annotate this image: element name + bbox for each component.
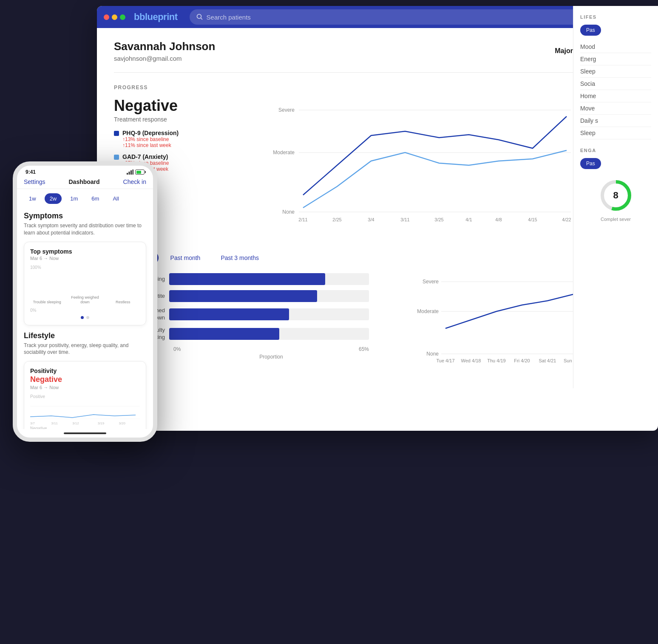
phone-lifestyle-desc: Track your positivity, energy, sleep qua… (24, 342, 146, 356)
patient-header: Savannah Johnson savjohnson@gmail.com Di… (114, 40, 641, 73)
tab-past-3months[interactable]: Past 3 months (212, 251, 267, 265)
svg-text:Severe: Severe (423, 279, 439, 285)
symptoms-title: SYMPTOMS (114, 238, 641, 244)
bar-fill-trouble (169, 273, 325, 285)
battery-icon (135, 169, 145, 175)
svg-text:4/1: 4/1 (465, 217, 472, 222)
bar-fill-concentrating (169, 328, 279, 340)
svg-rect-30 (129, 172, 130, 175)
lifestyle-social: Socia (580, 78, 651, 90)
phone-tab-6m[interactable]: 6m (86, 193, 104, 204)
phone-overlay: 9:41 Settings Dashboard Check in 1w 2w 1… (13, 161, 157, 442)
pct-bottom: 0% (30, 308, 36, 313)
svg-text:None: None (426, 351, 439, 357)
lifestyle-sleep2: Sleep (580, 127, 651, 139)
phone-positivity-card: Positivity Negative Mar 6 → Now Positive… (24, 361, 146, 429)
lifestyle-energy: Energ (580, 53, 651, 65)
engagement-complete-label: Complet sever (580, 217, 651, 222)
phone-lifestyle-title: Lifestyle (24, 331, 146, 340)
axis-start: 0% (173, 346, 181, 352)
phone-tab-1m[interactable]: 1m (65, 193, 83, 204)
bar-track-concentrating (169, 328, 369, 340)
svg-text:3/25: 3/25 (434, 217, 443, 222)
phone-bar-weighed-label: Feeling weighed down (68, 295, 102, 305)
tab-past-month[interactable]: Past month (162, 251, 209, 265)
phq9-info: PHQ-9 (Depression) ↑13% since baseline ↑… (122, 130, 179, 148)
phone-bar-group: Trouble sleeping Feeling weighed down Re… (30, 271, 140, 305)
svg-text:3/19: 3/19 (98, 421, 105, 425)
bar-fill-appetite (169, 290, 317, 302)
patient-info: Savannah Johnson savjohnson@gmail.com (114, 40, 215, 62)
phone-positivity-title: Positivity (30, 367, 140, 374)
progress-status: Negative (114, 97, 199, 114)
progress-title: PROGRESS (114, 85, 641, 90)
y-bottom-label: Negative (30, 426, 140, 429)
phone-content: Symptoms Track symptom severity and dist… (17, 208, 153, 429)
signal-icon (127, 169, 133, 175)
pct-bottom-labels: 0% (30, 308, 140, 313)
svg-text:Sat 4/21: Sat 4/21 (539, 358, 556, 363)
patient-email: savjohnson@gmail.com (114, 55, 215, 62)
phq9-baseline: ↑13% since baseline (122, 136, 179, 142)
fullscreen-button[interactable] (120, 14, 125, 20)
phone-symptoms-desc: Track symptom severity and distribution … (24, 222, 146, 237)
phone-bar-restless-label: Restless (116, 300, 130, 305)
lifestyle-past-btn[interactable]: Pas (580, 25, 601, 36)
phone-card-title: Top symptoms (30, 248, 140, 255)
phone-nav-dashboard[interactable]: Dashboard (69, 178, 100, 185)
bar-track-weighed (169, 308, 369, 320)
lifestyle-mood: Mood (580, 41, 651, 53)
engagement-gauge: 8 (599, 178, 633, 212)
minimize-button[interactable] (112, 14, 117, 20)
phone-top-symptoms-card: Top symptoms Mar 6 → Now 100% Trouble sl… (24, 242, 146, 325)
lifestyle-home: Home (580, 90, 651, 102)
svg-point-0 (197, 14, 201, 19)
phone-tab-all[interactable]: All (108, 193, 124, 204)
phq9-lastweek: ↑11% since last week (122, 142, 179, 148)
axis-end: 65% (359, 346, 369, 352)
phone-symptoms-title: Symptoms (24, 212, 146, 220)
phone-bar-weighed: Feeling weighed down (68, 294, 102, 305)
engagement-past-btn[interactable]: Pas (580, 158, 601, 169)
svg-text:3/4: 3/4 (368, 217, 374, 222)
svg-text:3/12: 3/12 (72, 421, 79, 425)
dot-2 (86, 316, 89, 319)
home-indicator (64, 432, 106, 434)
metric-phq9: PHQ-9 (Depression) ↑13% since baseline ↑… (114, 130, 199, 148)
svg-text:Wed 4/18: Wed 4/18 (461, 358, 481, 363)
phone-time: 9:41 (26, 169, 36, 175)
progress-container: Negative Treatment response PHQ-9 (Depre… (114, 97, 641, 225)
engagement-score: 8 (613, 190, 618, 201)
phone-nav-settings[interactable]: Settings (24, 178, 45, 185)
svg-text:3/20: 3/20 (119, 421, 125, 425)
svg-line-1 (201, 18, 202, 20)
svg-rect-29 (127, 173, 128, 175)
svg-rect-32 (133, 169, 134, 175)
close-button[interactable] (104, 14, 109, 20)
phone-lifestyle-date: Mar 6 → Now (30, 385, 140, 390)
pct-top: 100% (30, 265, 41, 270)
lifestyle-daily: Daily s (580, 115, 651, 127)
phone-statusbar: 9:41 (17, 166, 153, 177)
search-icon (196, 14, 203, 20)
phone-nav-checkin[interactable]: Check in (123, 178, 146, 185)
svg-text:2/11: 2/11 (298, 217, 307, 222)
phone-positivity-value: Negative (30, 375, 140, 384)
lifestyle-sleep: Sleep (580, 65, 651, 78)
phq9-dot (114, 131, 119, 136)
phone-date-range: Mar 6 → Now (30, 256, 140, 261)
svg-text:4/8: 4/8 (495, 217, 502, 222)
phone-tab-2w[interactable]: 2w (45, 193, 62, 204)
gad7-dot (114, 155, 119, 160)
dots-indicator (30, 316, 140, 319)
patient-name: Savannah Johnson (114, 40, 215, 53)
phone-tab-1w[interactable]: 1w (24, 193, 41, 204)
bar-track-appetite (169, 290, 369, 302)
svg-text:Severe: Severe (278, 107, 295, 113)
app-logo: bblueprint (134, 11, 178, 23)
phone-bar-trouble: Trouble sleeping (30, 298, 64, 305)
traffic-lights (104, 14, 125, 20)
svg-text:3/11: 3/11 (51, 421, 58, 425)
svg-text:Moderate: Moderate (417, 308, 439, 314)
treatment-label: Treatment response (114, 116, 199, 123)
